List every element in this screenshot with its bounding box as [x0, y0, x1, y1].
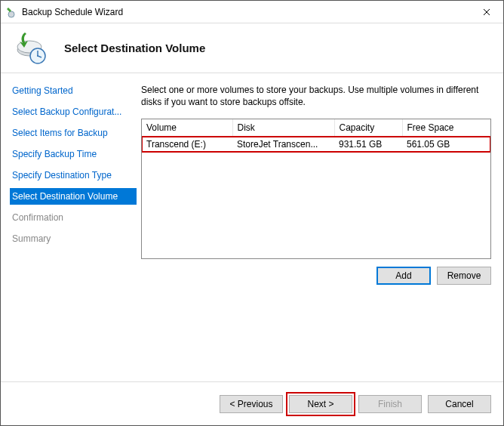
sidebar-step-summary: Summary [10, 230, 137, 247]
sidebar-step-select-config[interactable]: Select Backup Configurat... [10, 103, 137, 120]
sidebar-step-select-items[interactable]: Select Items for Backup [10, 125, 137, 141]
sidebar-step-destination-type[interactable]: Specify Destination Type [10, 167, 137, 184]
sidebar-step-getting-started[interactable]: Getting Started [10, 82, 137, 99]
wizard-footer: < Previous Next > Finish Cancel [1, 381, 503, 425]
finish-button: Finish [358, 395, 422, 413]
remove-button[interactable]: Remove [437, 267, 491, 285]
cell-volume: Transcend (E:) [142, 137, 232, 153]
add-button[interactable]: Add [376, 267, 431, 285]
page-title: Select Destination Volume [64, 42, 205, 54]
next-button[interactable]: Next > [289, 395, 352, 413]
svg-point-0 [8, 11, 14, 17]
sidebar: Getting Started Select Backup Configurat… [1, 73, 137, 381]
cell-disk: StoreJet Transcen... [232, 137, 334, 153]
cancel-button[interactable]: Cancel [428, 395, 491, 413]
col-disk[interactable]: Disk [232, 119, 334, 137]
col-volume[interactable]: Volume [142, 119, 232, 137]
table-row[interactable]: Transcend (E:) StoreJet Transcen... 931.… [142, 137, 490, 153]
wizard-header: Select Destination Volume [1, 23, 503, 73]
app-icon [5, 6, 17, 18]
main-panel: Select one or more volumes to store your… [137, 73, 503, 381]
col-capacity[interactable]: Capacity [334, 119, 402, 137]
sidebar-step-backup-time[interactable]: Specify Backup Time [10, 146, 137, 162]
cell-free: 561.05 GB [402, 137, 490, 153]
wizard-body: Getting Started Select Backup Configurat… [1, 73, 503, 381]
wizard-window: Backup Schedule Wizard Select Destinatio… [0, 0, 504, 426]
window-title: Backup Schedule Wizard [22, 7, 469, 17]
sidebar-step-destination-volume[interactable]: Select Destination Volume [10, 188, 137, 205]
close-button[interactable] [469, 1, 503, 23]
titlebar: Backup Schedule Wizard [1, 1, 503, 23]
table-header-row: Volume Disk Capacity Free Space [142, 119, 490, 137]
volume-table[interactable]: Volume Disk Capacity Free Space Transcen… [141, 119, 491, 259]
sidebar-step-confirmation: Confirmation [10, 209, 137, 226]
table-buttons: Add Remove [141, 267, 491, 285]
previous-button[interactable]: < Previous [220, 395, 283, 413]
cell-capacity: 931.51 GB [334, 137, 402, 153]
instruction-text: Select one or more volumes to store your… [141, 84, 491, 108]
col-free-space[interactable]: Free Space [402, 119, 490, 137]
wizard-icon [13, 30, 49, 66]
